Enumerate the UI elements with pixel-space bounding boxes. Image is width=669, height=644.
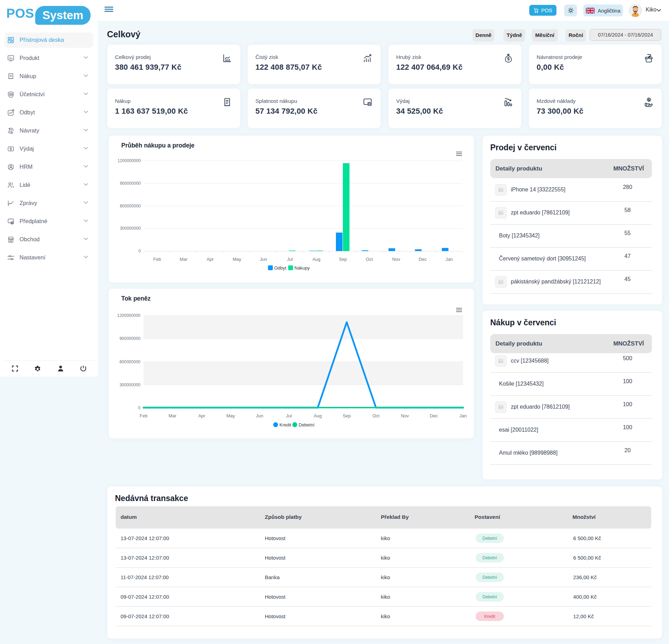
svg-text:Jul: Jul (287, 257, 293, 262)
svg-text:Apr: Apr (198, 413, 206, 418)
svg-text:Dec: Dec (430, 413, 438, 418)
svg-text:Nov: Nov (401, 413, 409, 418)
svg-text:Aug: Aug (312, 257, 320, 262)
svg-text:Apr: Apr (207, 257, 214, 262)
svg-text:300000000: 300000000 (120, 382, 140, 387)
svg-text:Mar: Mar (180, 257, 188, 262)
svg-text:300000000: 300000000 (120, 226, 141, 231)
svg-text:Feb: Feb (153, 257, 161, 262)
svg-text:900000000: 900000000 (120, 336, 140, 341)
svg-text:May: May (233, 257, 241, 262)
svg-text:Debetní: Debetní (299, 422, 315, 427)
svg-text:Sep: Sep (343, 413, 351, 418)
svg-text:Jun: Jun (256, 413, 263, 418)
svg-text:Oct: Oct (372, 413, 380, 418)
svg-text:Aug: Aug (314, 413, 322, 418)
svg-text:Jan: Jan (446, 257, 453, 262)
svg-text:900000000: 900000000 (120, 181, 141, 186)
svg-text:Sep: Sep (339, 257, 347, 262)
svg-text:Jan: Jan (460, 413, 467, 418)
svg-text:Oct: Oct (366, 257, 373, 262)
svg-text:Odbyt: Odbyt (274, 265, 286, 271)
svg-text:Jun: Jun (260, 257, 267, 262)
svg-text:Nov: Nov (392, 257, 400, 262)
svg-text:0: 0 (138, 249, 141, 253)
svg-text:1200000000: 1200000000 (117, 158, 141, 163)
svg-text:Jul: Jul (286, 413, 292, 418)
svg-text:1200000000: 1200000000 (117, 313, 140, 318)
svg-text:Feb: Feb (140, 413, 147, 418)
svg-text:Dec: Dec (418, 257, 427, 262)
svg-text:0: 0 (138, 406, 140, 410)
svg-text:600000000: 600000000 (120, 204, 141, 209)
svg-text:600000000: 600000000 (120, 359, 140, 364)
svg-text:May: May (226, 413, 235, 418)
svg-text:Nákupy: Nákupy (294, 265, 310, 271)
svg-text:Mar: Mar (169, 413, 177, 418)
svg-text:Kredit: Kredit (279, 422, 291, 427)
